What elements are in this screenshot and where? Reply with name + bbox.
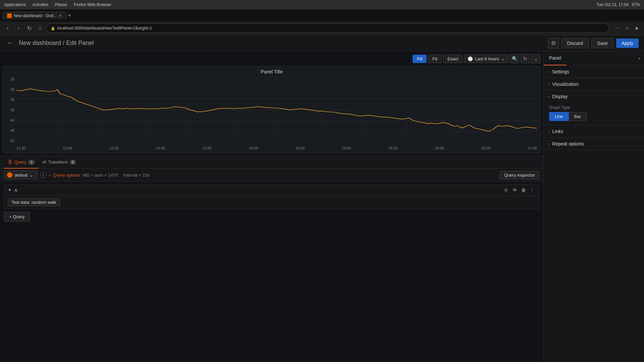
- x-label-12: 17:00: [528, 146, 537, 150]
- address-bar[interactable]: 🔒 localhost:3000/dashboard/new?editPanel…: [46, 23, 609, 33]
- os-menu-places[interactable]: Places: [55, 2, 67, 7]
- settings-section-label: Settings: [552, 69, 569, 74]
- main-layout: Fill Fit Exact 🕐 Last 6 hours ⌄ 🔍 ↻ ⌄ Pa…: [0, 51, 644, 362]
- y-label-1: 20: [10, 77, 14, 81]
- refresh-panel-button[interactable]: ↻: [521, 54, 530, 63]
- settings-section-header[interactable]: › Settings: [544, 66, 644, 78]
- datasource-icon: [7, 172, 12, 178]
- refresh-button[interactable]: ↻: [25, 24, 34, 33]
- os-bar: Applications Activities Places Firefox W…: [0, 0, 644, 9]
- discard-button[interactable]: Discard: [561, 38, 589, 48]
- panel-title[interactable]: Panel Title: [3, 66, 540, 77]
- back-to-dashboard-button[interactable]: ←: [5, 39, 15, 48]
- repeat-options-section-header[interactable]: › Repeat options: [544, 138, 644, 150]
- add-query-button[interactable]: + Query: [4, 212, 30, 222]
- time-range-picker[interactable]: 🕐 Last 6 hours ⌄: [464, 55, 508, 63]
- lock-icon: 🔒: [51, 26, 55, 31]
- query-options-button[interactable]: Query options: [53, 173, 80, 178]
- fill-button[interactable]: Fill: [413, 55, 427, 63]
- x-label-5: 13:30: [202, 146, 212, 150]
- toggle-visibility-icon[interactable]: 👁: [512, 187, 518, 193]
- query-options-label: Query options: [53, 173, 80, 178]
- tab-close-icon[interactable]: ✕: [59, 13, 62, 18]
- y-label-3: 30: [10, 98, 14, 102]
- right-panel: Panel › › Settings › Visualization › Dis…: [543, 51, 644, 362]
- expand-panel-icon[interactable]: ›: [634, 53, 644, 64]
- query-row-a-letter: A: [14, 188, 17, 193]
- query-inspector-button[interactable]: Query inspector: [500, 171, 539, 179]
- breadcrumb-dashboard[interactable]: New dashboard: [19, 40, 61, 46]
- x-label-7: 14:30: [295, 146, 305, 150]
- center-panel: Fill Fit Exact 🕐 Last 6 hours ⌄ 🔍 ↻ ⌄ Pa…: [0, 51, 543, 362]
- x-label-8: 15:00: [342, 146, 351, 150]
- fit-button[interactable]: Fit: [428, 55, 441, 63]
- graph-type-bar-button[interactable]: Bar: [569, 112, 587, 121]
- more-query-options-icon[interactable]: ⋮: [529, 187, 536, 193]
- display-section-header[interactable]: › Display: [544, 90, 644, 103]
- graph-type-line-button[interactable]: Line: [549, 112, 569, 121]
- os-menu-applications[interactable]: Applications: [4, 2, 26, 7]
- os-menu-firefox[interactable]: Firefox Web Browser: [74, 2, 111, 7]
- home-button[interactable]: ⌂: [36, 24, 44, 33]
- time-range-label: Last 6 hours: [475, 56, 499, 61]
- query-options-arrow: ›: [49, 173, 50, 178]
- exact-button[interactable]: Exact: [443, 55, 463, 63]
- y-label-6: 45: [10, 128, 14, 132]
- display-section: › Display Graph Type Line Bar: [544, 90, 644, 125]
- x-label-3: 12:30: [109, 146, 119, 150]
- app-header: ← New dashboard / Edit Panel ⚙ Discard S…: [0, 35, 644, 51]
- chart-svg: [16, 77, 537, 143]
- more-options-button[interactable]: ⌄: [531, 54, 541, 63]
- display-section-label: Display: [552, 94, 568, 99]
- forward-button[interactable]: ›: [14, 24, 23, 33]
- x-label-6: 14:00: [249, 146, 258, 150]
- x-label-9: 15:30: [388, 146, 398, 150]
- chart-area: [16, 77, 537, 143]
- y-label-5: 40: [10, 118, 14, 122]
- query-row-collapse-icon[interactable]: ▼: [8, 188, 12, 192]
- extensions-icon[interactable]: ⋯: [614, 24, 622, 32]
- duplicate-query-icon[interactable]: ⎘: [503, 187, 509, 193]
- datasource-chevron: ⌄: [30, 173, 33, 178]
- new-tab-button[interactable]: +: [68, 12, 71, 19]
- query-row-a-header: ▼ A ⎘ 👁 🗑 ⋮: [4, 185, 539, 196]
- os-bar-left: Applications Activities Places Firefox W…: [4, 2, 111, 7]
- links-section-label: Links: [552, 129, 563, 134]
- visualization-section-header[interactable]: › Visualization: [544, 78, 644, 90]
- header-actions: ⚙ Discard Save Apply: [548, 38, 639, 49]
- tab-query[interactable]: 🗄 Query 1: [4, 156, 39, 169]
- x-label-4: 13:00: [156, 146, 165, 150]
- settings-chevron-icon: ›: [548, 70, 549, 74]
- panel-tab[interactable]: Panel: [544, 51, 567, 65]
- remove-query-icon[interactable]: 🗑: [520, 187, 527, 193]
- links-chevron-icon: ›: [548, 130, 549, 133]
- visualization-section: › Visualization: [544, 78, 644, 90]
- star-icon[interactable]: ★: [633, 24, 641, 32]
- display-chevron-icon: ›: [547, 96, 551, 97]
- settings-gear-button[interactable]: ⚙: [548, 38, 559, 49]
- breadcrumb: New dashboard / Edit Panel: [19, 40, 94, 47]
- apply-button[interactable]: Apply: [616, 39, 639, 48]
- query-row-actions: ⎘ 👁 🗑 ⋮: [503, 187, 536, 193]
- tab-transform[interactable]: ⇄ Transform 0: [39, 156, 80, 169]
- graph-controls: Fill Fit Exact 🕐 Last 6 hours ⌄ 🔍 ↻ ⌄: [3, 54, 541, 63]
- visualization-chevron-icon: ›: [548, 82, 549, 86]
- bookmark-icon[interactable]: ☆: [623, 24, 631, 32]
- browser-tabs: New dashboard - Graf... ✕ +: [0, 9, 644, 21]
- info-button[interactable]: i: [40, 172, 46, 178]
- browser-tab-active[interactable]: New dashboard - Graf... ✕: [3, 12, 66, 19]
- visualization-section-label: Visualization: [552, 81, 578, 87]
- os-menu-activities[interactable]: Activities: [33, 2, 48, 7]
- tab-query-badge: 1: [28, 160, 34, 165]
- datasource-selector[interactable]: default ⌄: [4, 171, 38, 179]
- y-label-2: 25: [10, 87, 14, 92]
- zoom-in-button[interactable]: 🔍: [510, 54, 519, 63]
- save-button[interactable]: Save: [591, 38, 613, 48]
- url-text: localhost:3000/dashboard/new?editPanel=2…: [57, 26, 152, 31]
- x-label-1: 11:30: [16, 146, 26, 150]
- back-button[interactable]: ‹: [3, 24, 12, 33]
- tab-query-label: Query: [14, 160, 26, 165]
- links-section-header[interactable]: › Links: [544, 125, 644, 137]
- x-label-10: 16:00: [435, 146, 444, 150]
- os-time: Tue Oct 13, 17:04: [596, 2, 629, 7]
